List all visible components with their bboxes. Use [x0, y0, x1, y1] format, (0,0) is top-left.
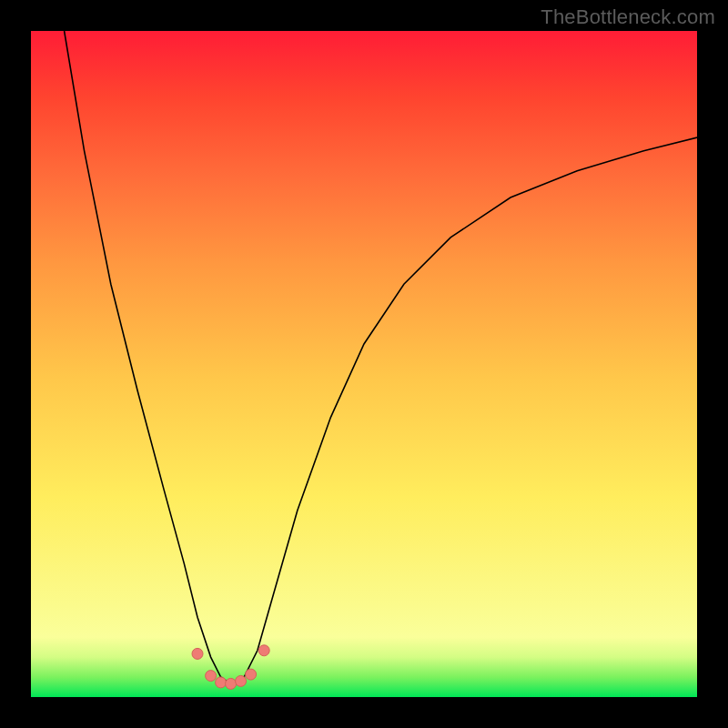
- marker-point: [226, 678, 237, 689]
- marker-point: [236, 675, 247, 686]
- plot-area: [31, 31, 697, 697]
- marker-point: [246, 669, 257, 680]
- bottleneck-curve: [65, 31, 697, 683]
- marker-point: [192, 648, 203, 659]
- watermark-text: TheBottleneck.com: [541, 5, 715, 29]
- marker-group: [192, 645, 269, 690]
- chart-frame: TheBottleneck.com: [0, 0, 728, 728]
- marker-point: [216, 677, 227, 688]
- marker-point: [258, 645, 269, 656]
- marker-point: [206, 671, 217, 682]
- curve-svg: [31, 31, 697, 697]
